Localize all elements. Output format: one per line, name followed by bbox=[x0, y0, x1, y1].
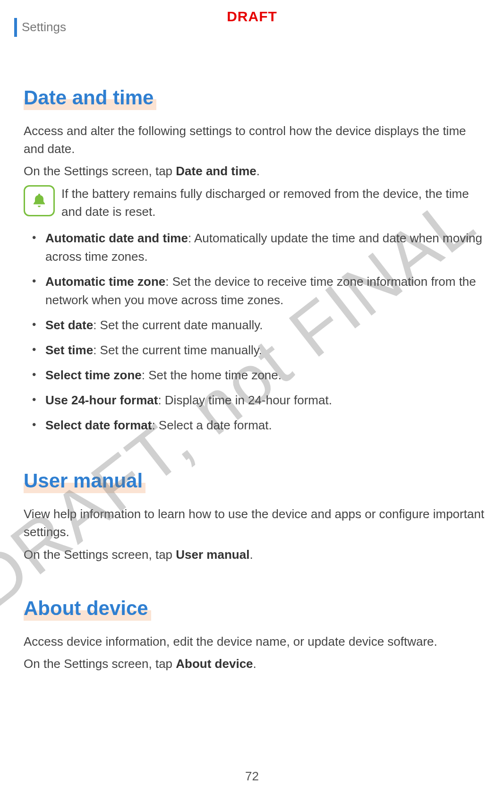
list-item: Automatic time zone: Set the device to r… bbox=[32, 273, 486, 309]
date-time-nav: On the Settings screen, tap Date and tim… bbox=[24, 162, 486, 180]
nav-prefix: On the Settings screen, tap bbox=[24, 657, 176, 671]
list-item: Automatic date and time: Automatically u… bbox=[32, 229, 486, 266]
list-item: Select time zone: Set the home time zone… bbox=[32, 366, 486, 385]
date-time-list: Automatic date and time: Automatically u… bbox=[24, 229, 486, 435]
item-desc: : Set the current time manually. bbox=[93, 343, 262, 357]
item-desc: : Set the current date manually. bbox=[93, 318, 263, 332]
item-term: Set date bbox=[45, 318, 93, 332]
note-block: If the battery remains fully discharged … bbox=[24, 185, 486, 221]
user-manual-intro: View help information to learn how to us… bbox=[24, 505, 486, 541]
item-term: Use 24-hour format bbox=[45, 393, 158, 407]
item-term: Select time zone bbox=[45, 368, 142, 382]
about-device-nav: On the Settings screen, tap About device… bbox=[24, 655, 486, 673]
date-time-intro: Access and alter the following settings … bbox=[24, 122, 486, 158]
item-desc: : Display time in 24-hour format. bbox=[158, 393, 332, 407]
nav-suffix: . bbox=[253, 657, 256, 671]
draft-stamp: DRAFT bbox=[227, 9, 277, 25]
page-number: 72 bbox=[245, 769, 259, 784]
item-term: Automatic date and time bbox=[45, 231, 188, 245]
nav-bold: User manual bbox=[176, 547, 249, 562]
about-device-intro: Access device information, edit the devi… bbox=[24, 633, 486, 651]
note-text: If the battery remains fully discharged … bbox=[61, 185, 486, 221]
list-item: Use 24-hour format: Display time in 24-h… bbox=[32, 391, 486, 410]
content-area: Date and time Access and alter the follo… bbox=[14, 68, 490, 673]
bell-icon bbox=[24, 185, 55, 216]
nav-prefix: On the Settings screen, tap bbox=[24, 547, 176, 562]
nav-prefix: On the Settings screen, tap bbox=[24, 164, 176, 178]
item-term: Select date format bbox=[45, 418, 152, 432]
nav-bold: About device bbox=[176, 657, 253, 671]
section-title-about-device: About device bbox=[24, 597, 151, 621]
list-item: Set date: Set the current date manually. bbox=[32, 316, 486, 334]
section-title-user-manual: User manual bbox=[24, 470, 145, 493]
item-desc: : Set the home time zone. bbox=[142, 368, 282, 382]
section-title-date-time: Date and time bbox=[24, 86, 156, 110]
nav-bold: Date and time bbox=[176, 164, 256, 178]
item-term: Set time bbox=[45, 343, 93, 357]
user-manual-nav: On the Settings screen, tap User manual. bbox=[24, 546, 486, 564]
nav-suffix: . bbox=[256, 164, 260, 178]
item-desc: : Select a date format. bbox=[152, 418, 272, 432]
nav-suffix: . bbox=[249, 547, 253, 562]
page-container: DRAFT Settings DRAFT, not FINAL Date and… bbox=[0, 0, 504, 812]
header-accent-bar bbox=[14, 18, 17, 37]
item-term: Automatic time zone bbox=[45, 274, 165, 289]
list-item: Set time: Set the current time manually. bbox=[32, 341, 486, 359]
list-item: Select date format: Select a date format… bbox=[32, 416, 486, 435]
